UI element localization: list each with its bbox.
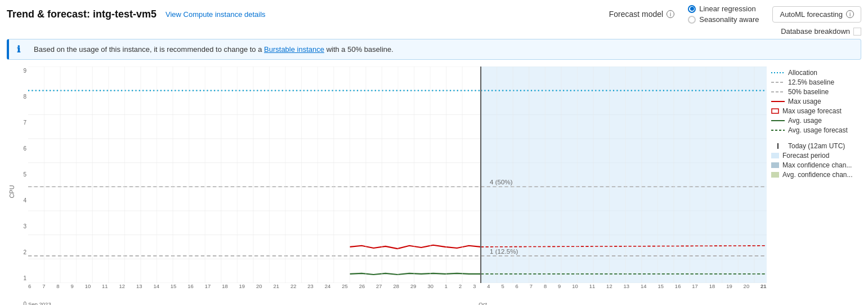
y-axis-label: CPU [8, 185, 15, 198]
page-title: Trend & forecast: intg-test-vm5 [7, 8, 156, 20]
avg-confidence-icon [771, 172, 779, 178]
legend-avg-confidence: Avg. confidence chan... [771, 171, 861, 179]
legend-avg-confidence-label: Avg. confidence chan... [782, 171, 853, 179]
avg-usage-icon [771, 118, 785, 123]
legend-today: Today (12am UTC) [771, 142, 861, 150]
legend-separator [771, 136, 861, 140]
legend-avg-usage-label: Avg. usage [788, 117, 822, 125]
forecast-model-label: Forecast model [609, 10, 663, 19]
chart-area: CPU 9 8 7 6 5 4 3 2 1 0 [7, 67, 767, 305]
automl-forecasting-button[interactable]: AutoML forecasting i [772, 6, 861, 23]
legend-max-usage-forecast: Max usage forecast [771, 107, 861, 115]
50-baseline-icon [771, 89, 785, 95]
radio-linear-circle [688, 5, 696, 13]
legend-125-label: 12.5% baseline [788, 78, 834, 86]
chart-svg: 4 (50%) 1 (12.5%) [28, 67, 767, 283]
legend-today-label: Today (12am UTC) [788, 142, 845, 150]
forecast-period-icon [771, 153, 779, 158]
svg-rect-76 [771, 162, 779, 168]
banner-text: Based on the usage of this instance, it … [34, 45, 393, 54]
y-ticks: 9 8 7 6 5 4 3 2 1 0 [17, 67, 28, 305]
svg-rect-10 [481, 67, 767, 283]
max-usage-forecast-icon [771, 108, 779, 114]
max-confidence-icon [771, 162, 779, 168]
125-baseline-icon [771, 79, 785, 85]
x-sublabels: Sep 2023 Oct [28, 301, 767, 305]
automl-info-icon[interactable]: i [846, 10, 854, 18]
banner-info-icon: ℹ [17, 44, 28, 55]
forecast-model-options: Linear regression Seasonality aware [688, 5, 759, 24]
forecast-model-info-icon[interactable]: i [666, 10, 674, 18]
legend-max-confidence-label: Max confidence chan... [782, 161, 852, 169]
legend-max-usage-label: Max usage [788, 98, 821, 105]
view-instance-link[interactable]: View Compute instance details [165, 10, 266, 19]
legend-avg-usage: Avg. usage [771, 117, 861, 125]
database-breakdown-checkbox[interactable] [853, 28, 861, 36]
automl-button-label: AutoML forecasting [780, 10, 843, 19]
burstable-instance-link[interactable]: Burstable instance [264, 45, 324, 54]
avg-usage-forecast-icon [771, 127, 785, 133]
legend: Allocation 12.5% baseline 50% baseline M… [771, 67, 861, 305]
svg-rect-77 [771, 172, 779, 178]
database-breakdown-label: Database breakdown [781, 27, 850, 36]
svg-text:1 (12.5%): 1 (12.5%) [490, 247, 518, 255]
svg-rect-75 [771, 153, 779, 158]
legend-allocation: Allocation [771, 69, 861, 77]
radio-seasonality-circle [688, 16, 696, 24]
legend-max-usage-forecast-label: Max usage forecast [782, 107, 842, 115]
legend-forecast-period: Forecast period [771, 152, 861, 160]
legend-avg-usage-forecast: Avg. usage forecast [771, 126, 861, 134]
x-axis-labels: 6789101112131415161718192021222324252627… [28, 283, 767, 301]
svg-text:4 (50%): 4 (50%) [490, 178, 513, 185]
allocation-icon [771, 70, 785, 76]
info-banner: ℹ Based on the usage of this instance, i… [7, 39, 861, 60]
legend-50-label: 50% baseline [788, 88, 829, 96]
legend-avg-usage-forecast-label: Avg. usage forecast [788, 126, 848, 134]
svg-rect-71 [772, 109, 778, 113]
legend-allocation-label: Allocation [788, 69, 817, 77]
radio-linear-label: Linear regression [699, 5, 755, 13]
legend-125-baseline: 12.5% baseline [771, 78, 861, 86]
chart-plot[interactable]: 4 (50%) 1 (12.5%) [28, 67, 767, 283]
legend-max-usage: Max usage [771, 98, 861, 105]
radio-seasonality-label: Seasonality aware [699, 15, 759, 24]
legend-50-baseline: 50% baseline [771, 88, 861, 96]
radio-seasonality-aware[interactable]: Seasonality aware [688, 15, 759, 24]
legend-forecast-period-label: Forecast period [782, 152, 829, 160]
today-icon [771, 143, 785, 149]
max-usage-icon [771, 99, 785, 104]
radio-linear-regression[interactable]: Linear regression [688, 5, 759, 13]
legend-max-confidence: Max confidence chan... [771, 161, 861, 169]
